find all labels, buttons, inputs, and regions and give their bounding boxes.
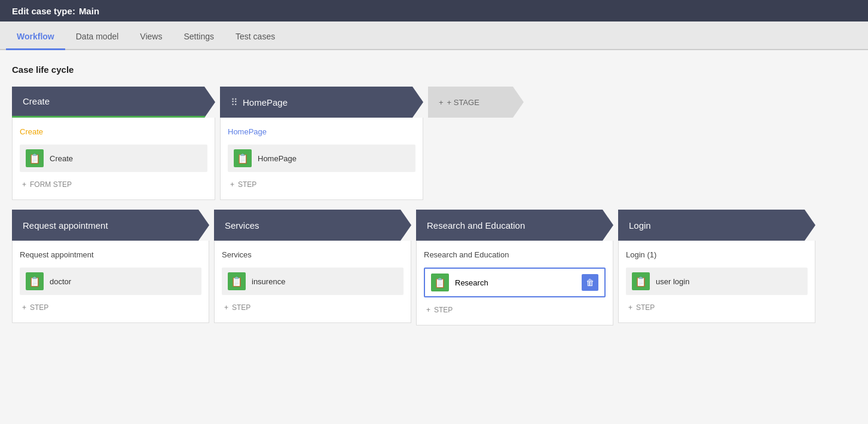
plus-icon-create: +	[22, 180, 26, 189]
stage-research-label: Research and Education	[427, 220, 525, 231]
top-bar-title: Main	[79, 6, 99, 16]
clipboard-icon-homepage: 📋	[234, 149, 252, 167]
add-step-label-login: STEP	[636, 303, 655, 312]
clipboard-icon-insurence: 📋	[228, 272, 246, 290]
plus-icon-services: +	[224, 303, 228, 312]
delete-research-button[interactable]: 🗑	[582, 274, 598, 291]
nav-tabs: Workflow Data model Views Settings Test …	[0, 21, 868, 50]
drag-icon-homepage: ⠿	[231, 97, 238, 108]
step-user-login: 📋 user login	[626, 268, 808, 295]
step-doctor-name: doctor	[50, 277, 195, 286]
add-step-label-research: STEP	[434, 306, 453, 314]
step-homepage: 📋 HomePage	[228, 145, 415, 172]
tab-settings[interactable]: Settings	[173, 24, 225, 50]
stage-create: Create Create 📋 Create + FORM STEP	[12, 87, 215, 200]
stage-homepage: ⠿ HomePage HomePage 📋 HomePage + STEP	[220, 87, 423, 200]
main-content: Case life cycle Create Create 📋 Create +…	[0, 50, 868, 340]
tab-workflow[interactable]: Workflow	[6, 24, 65, 50]
stage-create-body: Create 📋 Create + FORM STEP	[12, 118, 215, 200]
add-step-label-homepage: STEP	[238, 180, 256, 189]
stage-login-sublabel: Login (1)	[626, 248, 808, 262]
clipboard-icon-create: 📋	[26, 149, 44, 167]
stage-create-sublabel: Create	[20, 125, 207, 139]
stage-homepage-header[interactable]: ⠿ HomePage	[220, 87, 423, 118]
add-step-label-services: STEP	[232, 303, 250, 312]
add-step-label-request: STEP	[30, 303, 48, 312]
step-insurence: 📋 insurence	[222, 268, 404, 295]
add-step-btn-request[interactable]: + STEP	[20, 300, 201, 315]
stage-homepage-label: HomePage	[243, 97, 288, 107]
add-stage-label: + STAGE	[447, 98, 479, 107]
plus-icon-login: +	[628, 303, 632, 312]
plus-icon-stage: +	[439, 98, 444, 107]
add-form-step-btn[interactable]: + FORM STEP	[20, 177, 207, 192]
stage-services-label: Services	[225, 220, 259, 231]
stage-create-label: Create	[23, 96, 50, 106]
tab-views[interactable]: Views	[129, 24, 173, 50]
add-step-btn-services[interactable]: + STEP	[222, 300, 404, 315]
clipboard-icon-doctor: 📋	[26, 272, 44, 290]
section-title: Case life cycle	[12, 64, 856, 75]
stage-request-sublabel: Request appointment	[20, 248, 201, 262]
add-form-step-label: FORM STEP	[30, 180, 72, 189]
tab-test-cases[interactable]: Test cases	[225, 24, 286, 50]
top-bar-prefix: Edit case type:	[12, 6, 75, 16]
stage-login-label: Login	[629, 220, 651, 231]
plus-icon-homepage: +	[230, 180, 234, 189]
top-bar: Edit case type: Main	[0, 0, 868, 21]
step-create: 📋 Create	[20, 145, 207, 172]
step-research-input[interactable]	[455, 278, 576, 287]
stage-request-header[interactable]: Request appointment	[12, 210, 209, 241]
add-step-btn-research[interactable]: + STEP	[424, 302, 606, 318]
stage-services: Services Services 📋 insurence + STEP	[214, 210, 411, 323]
stage-services-sublabel: Services	[222, 248, 404, 262]
clipboard-icon-research: 📋	[431, 274, 449, 291]
workflow-row-1: Create Create 📋 Create + FORM STEP ⠿ Hom…	[12, 87, 856, 200]
stage-create-header[interactable]: Create	[12, 87, 215, 118]
step-research: 📋 🗑	[424, 268, 606, 297]
tab-data-model[interactable]: Data model	[65, 24, 130, 50]
step-doctor: 📋 doctor	[20, 268, 201, 295]
clipboard-icon-login: 📋	[632, 272, 650, 290]
stage-request: Request appointment Request appointment …	[12, 210, 209, 323]
add-stage-button[interactable]: + + STAGE	[428, 87, 524, 118]
step-homepage-name: HomePage	[258, 154, 409, 163]
stage-research-sublabel: Research and Education	[424, 248, 606, 262]
workflow-row-2: Request appointment Request appointment …	[12, 210, 856, 325]
stage-request-label: Request appointment	[23, 220, 108, 231]
step-user-login-name: user login	[656, 277, 802, 286]
stage-homepage-sublabel: HomePage	[228, 125, 415, 139]
add-step-btn-homepage[interactable]: + STEP	[228, 177, 415, 192]
step-create-name: Create	[50, 154, 201, 163]
plus-icon-request: +	[22, 303, 26, 312]
stage-research: Research and Education Research and Educ…	[416, 210, 613, 325]
step-insurence-name: insurence	[252, 277, 398, 286]
plus-icon-research: +	[426, 306, 430, 314]
stage-services-header[interactable]: Services	[214, 210, 411, 241]
stage-homepage-body: HomePage 📋 HomePage + STEP	[220, 118, 423, 200]
stage-login-header[interactable]: Login	[618, 210, 815, 241]
add-step-btn-login[interactable]: + STEP	[626, 300, 808, 315]
stage-research-header[interactable]: Research and Education	[416, 210, 613, 241]
stage-research-body: Research and Education 📋 🗑 + STEP	[416, 241, 613, 325]
stage-login: Login Login (1) 📋 user login + STEP	[618, 210, 815, 323]
add-stage-block: + + STAGE	[428, 87, 524, 118]
stage-services-body: Services 📋 insurence + STEP	[214, 241, 411, 323]
stage-request-body: Request appointment 📋 doctor + STEP	[12, 241, 209, 323]
stage-login-body: Login (1) 📋 user login + STEP	[618, 241, 815, 323]
